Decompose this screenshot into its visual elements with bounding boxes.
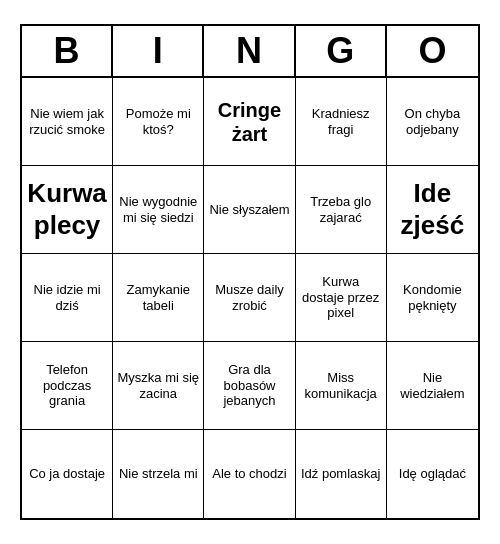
bingo-cell: Telefon podczas grania — [22, 342, 113, 430]
bingo-cell: Co ja dostaje — [22, 430, 113, 518]
bingo-cell: Gra dla bobasów jebanych — [204, 342, 295, 430]
bingo-cell: Miss komunikacja — [296, 342, 387, 430]
bingo-cell: Kradniesz fragi — [296, 78, 387, 166]
bingo-cell: Nie słyszałem — [204, 166, 295, 254]
bingo-cell: Kurwa dostaje przez pixel — [296, 254, 387, 342]
header-letter: I — [113, 26, 204, 76]
header-letter: O — [387, 26, 478, 76]
bingo-cell: Nie wygodnie mi się siedzi — [113, 166, 204, 254]
bingo-cell: Idę oglądać — [387, 430, 478, 518]
header-letter: G — [296, 26, 387, 76]
bingo-cell: Nie wiedziałem — [387, 342, 478, 430]
bingo-cell: Zamykanie tabeli — [113, 254, 204, 342]
bingo-cell: Kondomie pęknięty — [387, 254, 478, 342]
bingo-cell: Kurwa plecy — [22, 166, 113, 254]
bingo-cell: On chyba odjebany — [387, 78, 478, 166]
bingo-grid: Nie wiem jak rzucić smokePomoże mi ktoś?… — [22, 78, 478, 518]
bingo-cell: Cringe żart — [204, 78, 295, 166]
header-letter: N — [204, 26, 295, 76]
bingo-cell: Musze daily zrobić — [204, 254, 295, 342]
bingo-cell: Nie wiem jak rzucić smoke — [22, 78, 113, 166]
bingo-cell: Nie idzie mi dziś — [22, 254, 113, 342]
bingo-card: BINGO Nie wiem jak rzucić smokePomoże mi… — [20, 24, 480, 520]
bingo-cell: Idź pomlaskaj — [296, 430, 387, 518]
bingo-cell: Myszka mi się zacina — [113, 342, 204, 430]
bingo-cell: Pomoże mi ktoś? — [113, 78, 204, 166]
header-letter: B — [22, 26, 113, 76]
bingo-header: BINGO — [22, 26, 478, 78]
bingo-cell: Ale to chodzi — [204, 430, 295, 518]
bingo-cell: Trzeba glo zajarać — [296, 166, 387, 254]
bingo-cell: Ide zjeść — [387, 166, 478, 254]
bingo-cell: Nie strzela mi — [113, 430, 204, 518]
